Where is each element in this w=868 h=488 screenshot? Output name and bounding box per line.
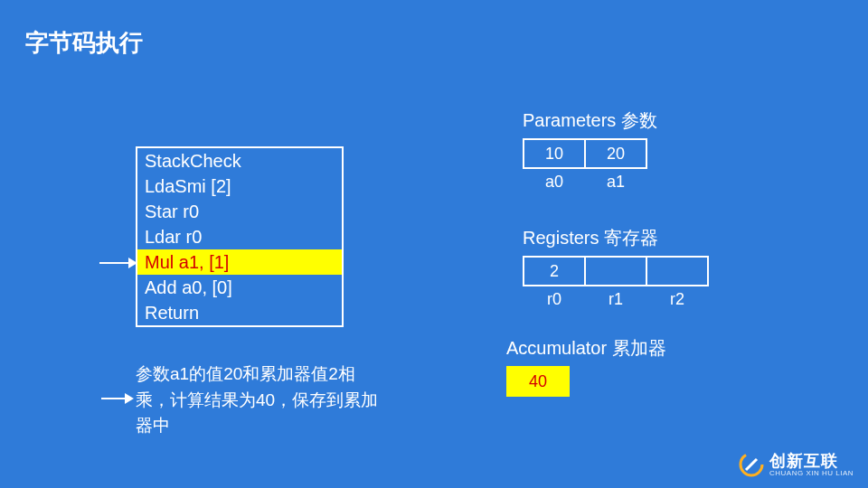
code-line: StackCheck (137, 148, 342, 174)
brand-logo: 创新互联 CHUANG XIN HU LIAN (739, 452, 854, 477)
arrow-icon (101, 398, 132, 399)
registers-section: Registers 寄存器 2 r0 r1 r2 (523, 226, 709, 309)
registers-label: Registers 寄存器 (523, 226, 709, 250)
code-line: Ldar r0 (137, 224, 342, 249)
parameters-sublabels: a0 a1 (523, 173, 657, 192)
reg-sublabel: r0 (523, 290, 586, 309)
reg-sublabel: r1 (584, 290, 647, 309)
reg-cell (584, 256, 647, 286)
code-line: Add a0, [0] (137, 275, 342, 300)
registers-sublabels: r0 r1 r2 (523, 290, 709, 309)
param-cell: 20 (584, 138, 647, 169)
reg-sublabel: r2 (646, 290, 709, 309)
logo-main: 创新互联 (769, 453, 854, 469)
explanation-text: 参数a1的值20和累加器值2相乘，计算结果为40，保存到累加器中 (136, 361, 389, 439)
parameters-row: 10 20 (523, 138, 657, 169)
code-line-highlight: Mul a1, [1] (137, 249, 342, 275)
reg-cell: 2 (523, 256, 586, 286)
logo-icon (739, 452, 764, 477)
code-line: Return (137, 300, 342, 325)
registers-row: 2 (523, 256, 709, 286)
code-line: Star r0 (137, 199, 342, 224)
param-sublabel: a1 (584, 173, 647, 192)
accumulator-section: Accumulator 累加器 40 (506, 336, 666, 397)
parameters-section: Parameters 参数 10 20 a0 a1 (523, 108, 657, 192)
code-line: LdaSmi [2] (137, 174, 342, 199)
logo-sub: CHUANG XIN HU LIAN (769, 469, 854, 477)
arrow-icon (99, 262, 136, 264)
param-sublabel: a0 (523, 173, 586, 192)
reg-cell (646, 256, 709, 286)
parameters-label: Parameters 参数 (523, 108, 657, 133)
logo-text: 创新互联 CHUANG XIN HU LIAN (769, 453, 854, 477)
page-title: 字节码执行 (25, 27, 143, 59)
accumulator-label: Accumulator 累加器 (506, 336, 666, 361)
accumulator-value: 40 (506, 366, 570, 397)
bytecode-box: StackCheck LdaSmi [2] Star r0 Ldar r0 Mu… (136, 146, 344, 327)
param-cell: 10 (523, 138, 586, 169)
